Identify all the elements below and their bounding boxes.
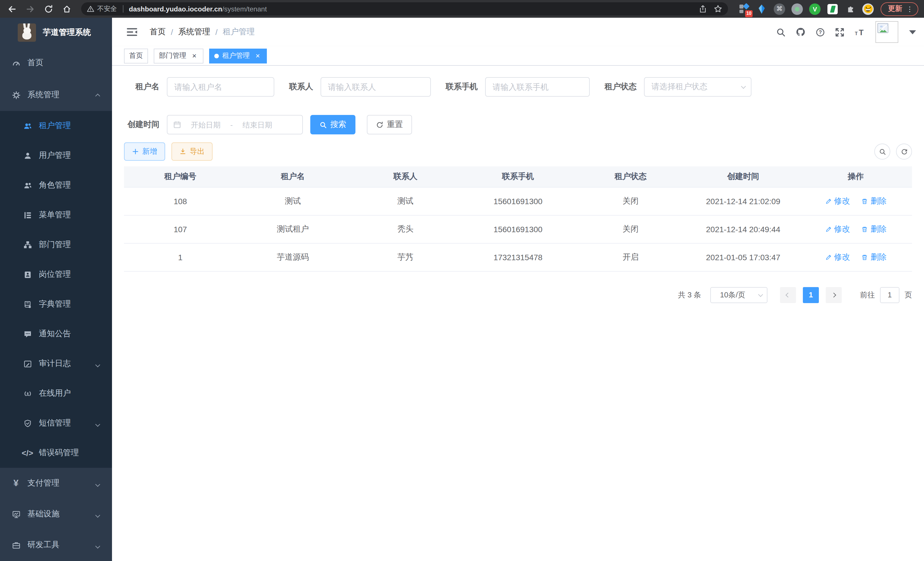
close-icon[interactable]: × <box>190 52 198 60</box>
status-select[interactable]: 请选择租户状态 <box>644 77 752 97</box>
breadcrumb-section[interactable]: 系统管理 <box>178 27 210 37</box>
table-refresh-icon[interactable] <box>896 144 912 159</box>
sidebar-item-tenant[interactable]: 租户管理 <box>0 111 112 141</box>
page-number-1[interactable]: 1 <box>803 287 819 303</box>
help-icon[interactable]: ? <box>815 27 825 37</box>
extensions-puzzle-icon[interactable] <box>844 3 856 15</box>
pagination: 共 3 条 10条/页 1 前往 页 <box>124 287 912 303</box>
sidebar-item-menus[interactable]: 菜单管理 <box>0 200 112 230</box>
sidebar-item-home[interactable]: 首页 <box>0 47 112 79</box>
edit-link[interactable]: 修改 <box>825 224 850 234</box>
sidebar-item-users[interactable]: 用户管理 <box>0 141 112 170</box>
phone-label: 联系手机 <box>446 82 478 92</box>
goto-page-input[interactable] <box>880 287 899 303</box>
fullscreen-icon[interactable] <box>835 27 844 37</box>
col-tenant-id: 租户编号 <box>124 166 237 187</box>
sidebar-item-system[interactable]: 系统管理 <box>0 79 112 111</box>
code-icon: </> <box>23 448 32 457</box>
extension-command-icon[interactable]: ⌘ <box>774 3 785 15</box>
delete-link[interactable]: 删除 <box>861 252 886 262</box>
tag-tenant[interactable]: 租户管理 × <box>209 48 267 63</box>
update-label: 更新 <box>888 4 902 14</box>
browser-profile-avatar[interactable] <box>862 3 874 15</box>
user-avatar[interactable] <box>875 21 898 43</box>
date-range-picker[interactable]: - <box>167 115 303 134</box>
sidebar-item-posts[interactable]: 岗位管理 <box>0 260 112 289</box>
browser-reload-icon[interactable] <box>41 2 56 16</box>
browser-forward-icon[interactable] <box>23 2 38 16</box>
browser-update-button[interactable]: 更新 ⋮ <box>880 2 918 16</box>
sidebar-item-label: 审计日志 <box>39 359 71 369</box>
chevron-down-icon <box>96 510 99 519</box>
edit-link[interactable]: 修改 <box>825 196 850 206</box>
phone-input[interactable] <box>485 77 590 97</box>
tenant-table: 租户编号 租户名 联系人 联系手机 租户状态 创建时间 操作 108 测试 <box>124 166 912 271</box>
url-domain: dashboard.yudao.iocoder.cn <box>129 5 222 13</box>
delete-link[interactable]: 删除 <box>861 224 886 234</box>
contact-input[interactable] <box>321 77 431 97</box>
delete-link[interactable]: 删除 <box>861 196 886 206</box>
extension-kite-icon[interactable] <box>756 3 767 15</box>
cell-phone: 15601691300 <box>462 187 574 215</box>
sidebar-item-dict[interactable]: 字典管理 <box>0 289 112 319</box>
github-icon[interactable] <box>795 27 806 37</box>
page-size-select[interactable]: 10条/页 <box>710 287 767 303</box>
font-size-icon[interactable]: TT <box>854 27 866 37</box>
extension-vue-devtools-icon[interactable]: V <box>809 3 820 15</box>
chevron-down-icon <box>96 359 99 368</box>
edit-link[interactable]: 修改 <box>825 252 850 262</box>
sidebar-item-roles[interactable]: 角色管理 <box>0 170 112 200</box>
topbar: 首页 / 系统管理 / 租户管理 ? <box>112 18 924 46</box>
sidebar-toggle-icon[interactable] <box>127 27 137 37</box>
col-phone: 联系手机 <box>462 166 574 187</box>
extension-green-flag-icon[interactable] <box>827 3 838 15</box>
sidebar-item-sms[interactable]: 短信管理 <box>0 408 112 438</box>
sidebar-item-error-codes[interactable]: </> 错误码管理 <box>0 438 112 468</box>
close-icon[interactable]: × <box>254 52 262 60</box>
export-button[interactable]: 导出 <box>171 142 213 161</box>
browser-back-icon[interactable] <box>4 2 20 16</box>
cell-tenant-name: 测试租户 <box>237 215 349 243</box>
sidebar-logo[interactable]: 芋道管理系统 <box>0 18 112 47</box>
sidebar-item-label: 部门管理 <box>39 240 71 250</box>
cell-actions: 修改 删除 <box>800 215 912 243</box>
sidebar-item-online-users[interactable]: 在线用户 <box>0 379 112 408</box>
sidebar-item-notice[interactable]: 通知公告 <box>0 319 112 349</box>
address-bar[interactable]: 不安全 dashboard.yudao.iocoder.cn/system/te… <box>81 2 728 15</box>
sidebar-item-infrastructure[interactable]: 基础设施 <box>0 499 112 529</box>
tenant-name-input[interactable] <box>167 77 274 97</box>
browser-home-icon[interactable] <box>59 2 74 16</box>
export-button-label: 导出 <box>190 146 205 157</box>
tag-home[interactable]: 首页 <box>124 48 148 63</box>
tag-label: 部门管理 <box>159 51 186 61</box>
sidebar-item-dev-tools[interactable]: 研发工具 <box>0 529 112 560</box>
sidebar-item-payment[interactable]: ¥ 支付管理 <box>0 468 112 499</box>
prev-page-button[interactable] <box>780 287 796 303</box>
add-button[interactable]: 新增 <box>124 142 165 161</box>
end-date-input[interactable] <box>236 120 279 129</box>
chevron-down-icon <box>758 292 763 297</box>
search-button[interactable]: 搜索 <box>310 115 356 134</box>
browser-menu-icon[interactable]: ⋮ <box>906 5 913 13</box>
omnibox-divider <box>123 5 123 13</box>
breadcrumb-home[interactable]: 首页 <box>150 27 166 37</box>
sidebar-item-departments[interactable]: 部门管理 <box>0 230 112 260</box>
tag-dept[interactable]: 部门管理 × <box>154 48 203 63</box>
reset-button-label: 重置 <box>387 120 403 130</box>
avatar-caret-icon[interactable] <box>909 30 916 34</box>
reset-button[interactable]: 重置 <box>367 115 412 134</box>
bookmark-star-icon[interactable] <box>714 5 722 13</box>
page-size-value: 10条/页 <box>720 290 745 300</box>
sidebar-item-audit-log[interactable]: 审计日志 <box>0 349 112 379</box>
table-search-toggle-icon[interactable] <box>874 144 890 159</box>
extension-recorder-icon[interactable] <box>791 3 803 15</box>
share-icon[interactable] <box>699 5 707 13</box>
next-page-button[interactable] <box>826 287 842 303</box>
main-area: 首页 / 系统管理 / 租户管理 ? <box>112 18 924 561</box>
chevron-up-icon <box>96 90 99 99</box>
table-tools <box>874 144 912 159</box>
header-search-icon[interactable] <box>776 27 786 37</box>
start-date-input[interactable] <box>184 120 227 129</box>
extension-kanban-icon[interactable]: 10 <box>738 3 750 15</box>
table-row: 108 测试 测试 15601691300 关闭 2021-12-14 21:0… <box>124 187 912 215</box>
